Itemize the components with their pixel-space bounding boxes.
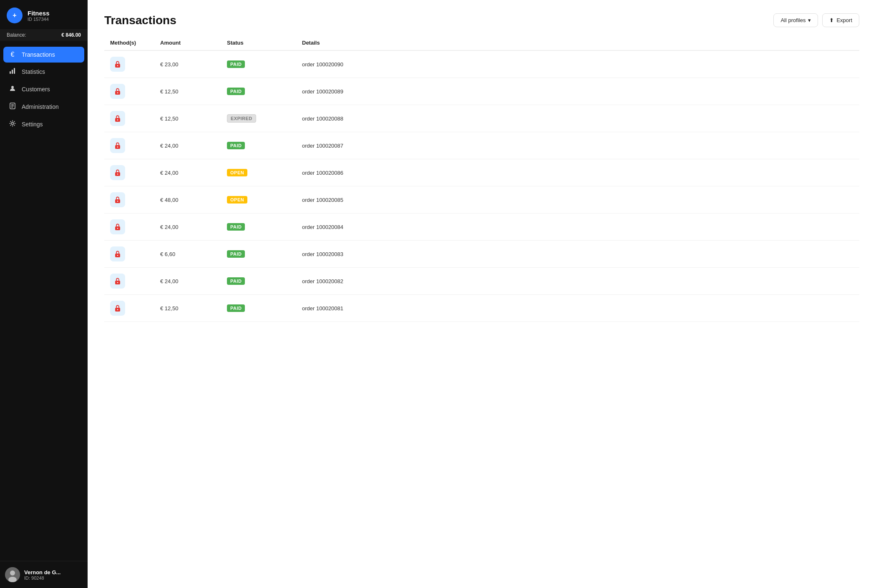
all-profiles-button[interactable]: All profiles ▾ — [773, 13, 818, 27]
col-header-status: Status — [221, 35, 296, 50]
cell-amount: € 24,00 — [154, 214, 221, 241]
cell-method — [104, 186, 154, 214]
lock-icon — [110, 165, 125, 180]
table-row[interactable]: € 24,00OPENorder 100020086 — [104, 159, 859, 186]
lock-icon — [110, 111, 125, 126]
cell-status: OPEN — [221, 159, 296, 186]
svg-rect-3 — [12, 70, 13, 74]
status-badge: PAID — [227, 277, 245, 285]
table-row[interactable]: € 48,00OPENorder 100020085 — [104, 186, 859, 214]
svg-rect-2 — [10, 71, 11, 74]
transactions-table-container: Method(s) Amount Status Details € 23,00P… — [88, 35, 876, 322]
chevron-down-icon: ▾ — [808, 17, 811, 23]
cell-method — [104, 241, 154, 268]
cell-details: order 100020082 — [296, 268, 859, 295]
export-icon: ⬆ — [829, 17, 834, 23]
cell-details: order 100020084 — [296, 214, 859, 241]
brand-block[interactable]: + Fitness ID 157344 — [0, 0, 88, 29]
table-row[interactable]: € 24,00PAIDorder 100020082 — [104, 268, 859, 295]
cell-method — [104, 78, 154, 105]
status-badge: PAID — [227, 142, 245, 149]
user-id: ID: 90248 — [24, 575, 60, 580]
transactions-table: Method(s) Amount Status Details € 23,00P… — [104, 35, 859, 322]
brand-name: Fitness — [28, 10, 50, 17]
cell-method — [104, 159, 154, 186]
svg-rect-4 — [14, 68, 15, 74]
status-badge: EXPIRED — [227, 114, 256, 123]
cell-status: OPEN — [221, 186, 296, 214]
cell-status: PAID — [221, 241, 296, 268]
svg-point-27 — [117, 228, 118, 229]
cell-status: PAID — [221, 50, 296, 78]
svg-point-5 — [11, 86, 14, 88]
avatar — [5, 567, 20, 582]
table-row[interactable]: € 6,60PAIDorder 100020083 — [104, 241, 859, 268]
cell-details: order 100020081 — [296, 295, 859, 322]
chart-icon — [8, 68, 17, 76]
sidebar-item-customers[interactable]: Customers — [3, 81, 84, 98]
euro-icon: € — [8, 51, 17, 58]
cell-method — [104, 132, 154, 159]
svg-text:+: + — [13, 12, 16, 19]
cell-amount: € 12,50 — [154, 105, 221, 132]
svg-point-25 — [117, 201, 118, 201]
cell-method — [104, 214, 154, 241]
page-title: Transactions — [104, 14, 176, 27]
lock-icon — [110, 57, 125, 72]
cell-status: EXPIRED — [221, 105, 296, 132]
balance-bar: Balance: € 846.00 — [0, 29, 88, 41]
svg-point-29 — [117, 255, 118, 256]
cell-details: order 100020086 — [296, 159, 859, 186]
brand-info: Fitness ID 157344 — [28, 10, 50, 22]
user-profile[interactable]: Vernon de G... ID: 90248 — [0, 561, 88, 588]
svg-point-19 — [117, 119, 118, 120]
table-row[interactable]: € 23,00PAIDorder 100020090 — [104, 50, 859, 78]
table-row[interactable]: € 12,50PAIDorder 100020089 — [104, 78, 859, 105]
svg-point-10 — [12, 123, 14, 125]
lock-icon — [110, 192, 125, 207]
cell-amount: € 23,00 — [154, 50, 221, 78]
lock-icon — [110, 138, 125, 153]
brand-id: ID 157344 — [28, 17, 50, 22]
col-header-amount: Amount — [154, 35, 221, 50]
cell-details: order 100020089 — [296, 78, 859, 105]
cell-details: order 100020085 — [296, 186, 859, 214]
cell-amount: € 6,60 — [154, 241, 221, 268]
table-row[interactable]: € 12,50EXPIREDorder 100020088 — [104, 105, 859, 132]
sidebar-item-settings[interactable]: Settings — [3, 116, 84, 133]
table-header: Method(s) Amount Status Details — [104, 35, 859, 50]
lock-icon — [110, 246, 125, 261]
all-profiles-label: All profiles — [780, 17, 806, 23]
svg-point-23 — [117, 173, 118, 174]
cell-details: order 100020087 — [296, 132, 859, 159]
cell-amount: € 24,00 — [154, 132, 221, 159]
table-row[interactable]: € 24,00PAIDorder 100020087 — [104, 132, 859, 159]
person-icon — [8, 85, 17, 93]
lock-icon — [110, 84, 125, 99]
lock-icon — [110, 301, 125, 316]
cell-method — [104, 50, 154, 78]
doc-icon — [8, 103, 17, 111]
svg-point-31 — [117, 282, 118, 283]
nav-label-settings: Settings — [22, 121, 43, 128]
nav-label-transactions: Transactions — [22, 51, 55, 58]
cell-amount: € 24,00 — [154, 159, 221, 186]
nav-list: € Transactions Statistics Customers — [0, 45, 88, 561]
status-badge: OPEN — [227, 196, 247, 204]
table-row[interactable]: € 24,00PAIDorder 100020084 — [104, 214, 859, 241]
sidebar-item-transactions[interactable]: € Transactions — [3, 47, 84, 63]
cell-method — [104, 268, 154, 295]
lock-icon — [110, 274, 125, 289]
sidebar-item-administration[interactable]: Administration — [3, 98, 84, 115]
sidebar-item-statistics[interactable]: Statistics — [3, 63, 84, 80]
cell-status: PAID — [221, 295, 296, 322]
table-row[interactable]: € 12,50PAIDorder 100020081 — [104, 295, 859, 322]
col-header-details: Details — [296, 35, 859, 50]
export-button[interactable]: ⬆ Export — [822, 13, 859, 27]
page-header: Transactions All profiles ▾ ⬆ Export — [88, 0, 876, 35]
cell-status: PAID — [221, 268, 296, 295]
cell-details: order 100020090 — [296, 50, 859, 78]
svg-point-15 — [117, 65, 118, 66]
svg-point-33 — [117, 309, 118, 310]
table-body: € 23,00PAIDorder 100020090 € 12,50PAIDor… — [104, 50, 859, 322]
